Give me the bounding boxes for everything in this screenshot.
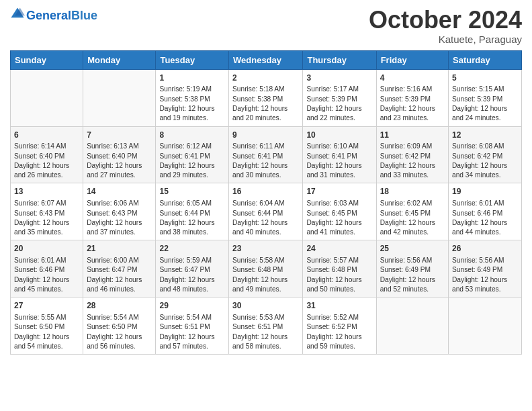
daylight-text: Daylight: 12 hours and 30 minutes. bbox=[232, 161, 299, 181]
sunrise-text: Sunrise: 6:09 AM bbox=[380, 142, 445, 151]
calendar-cell: 3Sunrise: 5:17 AMSunset: 5:39 PMDaylight… bbox=[303, 69, 376, 126]
sunset-text: Sunset: 5:39 PM bbox=[380, 95, 445, 104]
sunrise-text: Sunrise: 6:00 AM bbox=[87, 256, 152, 265]
calendar-cell bbox=[449, 298, 522, 355]
calendar-cell: 31Sunrise: 5:52 AMSunset: 6:52 PMDayligh… bbox=[303, 298, 376, 355]
calendar-cell: 4Sunrise: 5:16 AMSunset: 5:39 PMDaylight… bbox=[376, 69, 448, 126]
daylight-text: Daylight: 12 hours and 35 minutes. bbox=[14, 218, 79, 238]
subtitle: Katuete, Paraguay bbox=[369, 34, 522, 45]
sunset-text: Sunset: 6:48 PM bbox=[306, 265, 372, 275]
calendar-cell: 22Sunrise: 5:59 AMSunset: 6:47 PMDayligh… bbox=[156, 240, 229, 298]
calendar-cell: 15Sunrise: 6:05 AMSunset: 6:44 PMDayligh… bbox=[156, 183, 229, 240]
weekday-header-tuesday: Tuesday bbox=[156, 50, 229, 69]
daylight-text: Daylight: 12 hours and 45 minutes. bbox=[14, 275, 79, 295]
sunset-text: Sunset: 6:41 PM bbox=[306, 152, 372, 161]
sunrise-text: Sunrise: 6:08 AM bbox=[452, 142, 518, 151]
calendar-cell: 20Sunrise: 6:01 AMSunset: 6:46 PMDayligh… bbox=[11, 240, 83, 298]
sunrise-text: Sunrise: 6:01 AM bbox=[452, 199, 518, 208]
sunrise-text: Sunrise: 6:05 AM bbox=[159, 199, 225, 208]
sunset-text: Sunset: 6:52 PM bbox=[306, 322, 372, 332]
day-number: 4 bbox=[380, 73, 445, 84]
day-number: 29 bbox=[159, 300, 225, 312]
logo-general: General bbox=[26, 9, 71, 22]
sunrise-text: Sunrise: 5:52 AM bbox=[306, 313, 372, 322]
daylight-text: Daylight: 12 hours and 40 minutes. bbox=[232, 218, 299, 238]
calendar-cell bbox=[83, 69, 156, 126]
sunrise-text: Sunrise: 6:12 AM bbox=[159, 142, 225, 151]
day-number: 13 bbox=[14, 186, 79, 197]
daylight-text: Daylight: 12 hours and 56 minutes. bbox=[87, 332, 152, 352]
day-number: 16 bbox=[232, 186, 299, 197]
day-number: 21 bbox=[87, 243, 152, 255]
sunset-text: Sunset: 6:46 PM bbox=[452, 209, 518, 218]
sunset-text: Sunset: 6:45 PM bbox=[306, 209, 372, 218]
sunrise-text: Sunrise: 6:06 AM bbox=[87, 199, 152, 208]
daylight-text: Daylight: 12 hours and 19 minutes. bbox=[159, 104, 225, 124]
sunset-text: Sunset: 6:45 PM bbox=[380, 209, 445, 218]
calendar-cell: 10Sunrise: 6:10 AMSunset: 6:41 PMDayligh… bbox=[303, 126, 376, 183]
daylight-text: Daylight: 12 hours and 33 minutes. bbox=[380, 161, 445, 181]
day-number: 10 bbox=[306, 130, 372, 141]
logo-icon bbox=[10, 7, 25, 21]
calendar: SundayMondayTuesdayWednesdayThursdayFrid… bbox=[10, 50, 522, 355]
title-block: October 2024 Katuete, Paraguay bbox=[369, 7, 522, 45]
day-number: 26 bbox=[452, 243, 518, 255]
sunset-text: Sunset: 6:43 PM bbox=[14, 209, 79, 218]
header: GeneralBlue October 2024 Katuete, Paragu… bbox=[10, 7, 522, 45]
day-number: 8 bbox=[159, 130, 225, 141]
calendar-cell: 27Sunrise: 5:55 AMSunset: 6:50 PMDayligh… bbox=[11, 298, 83, 355]
daylight-text: Daylight: 12 hours and 29 minutes. bbox=[159, 161, 225, 181]
sunset-text: Sunset: 6:49 PM bbox=[452, 265, 518, 275]
sunrise-text: Sunrise: 5:18 AM bbox=[232, 85, 299, 94]
sunset-text: Sunset: 5:38 PM bbox=[159, 95, 225, 104]
day-number: 15 bbox=[159, 186, 225, 197]
weekday-header-wednesday: Wednesday bbox=[229, 50, 303, 69]
sunset-text: Sunset: 6:49 PM bbox=[380, 265, 445, 275]
day-number: 2 bbox=[232, 73, 299, 84]
sunset-text: Sunset: 6:47 PM bbox=[87, 265, 152, 275]
calendar-cell: 24Sunrise: 5:57 AMSunset: 6:48 PMDayligh… bbox=[303, 240, 376, 298]
sunrise-text: Sunrise: 6:14 AM bbox=[14, 142, 79, 151]
day-number: 14 bbox=[87, 186, 152, 197]
sunrise-text: Sunrise: 5:54 AM bbox=[87, 313, 152, 322]
calendar-cell: 12Sunrise: 6:08 AMSunset: 6:42 PMDayligh… bbox=[449, 126, 522, 183]
week-row-5: 27Sunrise: 5:55 AMSunset: 6:50 PMDayligh… bbox=[11, 298, 522, 355]
sunrise-text: Sunrise: 5:59 AM bbox=[159, 256, 225, 265]
sunset-text: Sunset: 6:42 PM bbox=[452, 152, 518, 161]
week-row-4: 20Sunrise: 6:01 AMSunset: 6:46 PMDayligh… bbox=[11, 240, 522, 298]
daylight-text: Daylight: 12 hours and 38 minutes. bbox=[159, 218, 225, 238]
week-row-3: 13Sunrise: 6:07 AMSunset: 6:43 PMDayligh… bbox=[11, 183, 522, 240]
day-number: 18 bbox=[380, 186, 445, 197]
daylight-text: Daylight: 12 hours and 48 minutes. bbox=[159, 275, 225, 295]
daylight-text: Daylight: 12 hours and 54 minutes. bbox=[14, 332, 79, 352]
week-row-2: 6Sunrise: 6:14 AMSunset: 6:40 PMDaylight… bbox=[11, 126, 522, 183]
day-number: 9 bbox=[232, 130, 299, 141]
sunset-text: Sunset: 6:44 PM bbox=[159, 209, 225, 218]
sunrise-text: Sunrise: 5:58 AM bbox=[232, 256, 299, 265]
sunrise-text: Sunrise: 6:04 AM bbox=[232, 199, 299, 208]
sunrise-text: Sunrise: 6:01 AM bbox=[14, 256, 79, 265]
daylight-text: Daylight: 12 hours and 50 minutes. bbox=[306, 275, 372, 295]
sunset-text: Sunset: 6:50 PM bbox=[87, 322, 152, 332]
weekday-header-row: SundayMondayTuesdayWednesdayThursdayFrid… bbox=[11, 50, 522, 69]
calendar-cell: 18Sunrise: 6:02 AMSunset: 6:45 PMDayligh… bbox=[376, 183, 448, 240]
day-number: 27 bbox=[14, 300, 79, 312]
daylight-text: Daylight: 12 hours and 44 minutes. bbox=[452, 218, 518, 238]
logo: GeneralBlue bbox=[10, 7, 97, 24]
weekday-header-friday: Friday bbox=[376, 50, 448, 69]
sunset-text: Sunset: 5:38 PM bbox=[232, 95, 299, 104]
calendar-cell bbox=[11, 69, 83, 126]
day-number: 5 bbox=[452, 73, 518, 84]
sunset-text: Sunset: 6:51 PM bbox=[159, 322, 225, 332]
calendar-cell: 2Sunrise: 5:18 AMSunset: 5:38 PMDaylight… bbox=[229, 69, 303, 126]
daylight-text: Daylight: 12 hours and 49 minutes. bbox=[232, 275, 299, 295]
calendar-cell: 19Sunrise: 6:01 AMSunset: 6:46 PMDayligh… bbox=[449, 183, 522, 240]
day-number: 23 bbox=[232, 243, 299, 255]
logo-text: GeneralBlue bbox=[26, 9, 97, 21]
calendar-cell: 14Sunrise: 6:06 AMSunset: 6:43 PMDayligh… bbox=[83, 183, 156, 240]
calendar-cell: 23Sunrise: 5:58 AMSunset: 6:48 PMDayligh… bbox=[229, 240, 303, 298]
sunset-text: Sunset: 5:39 PM bbox=[306, 95, 372, 104]
day-number: 28 bbox=[87, 300, 152, 312]
calendar-cell: 25Sunrise: 5:56 AMSunset: 6:49 PMDayligh… bbox=[376, 240, 448, 298]
daylight-text: Daylight: 12 hours and 27 minutes. bbox=[87, 161, 152, 181]
